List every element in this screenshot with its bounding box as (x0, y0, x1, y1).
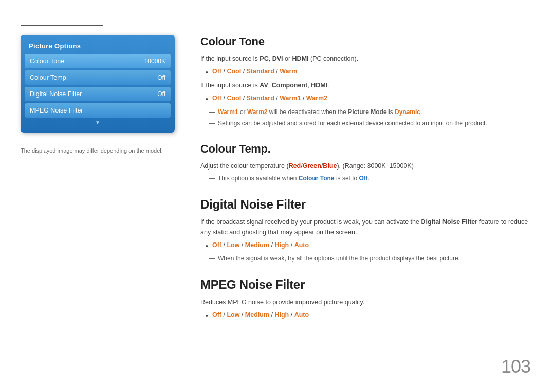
colour-tone-title: Colour Tone (200, 35, 534, 48)
bullet-dot-2: • (206, 94, 208, 105)
digital-noise-options: Off / Low / Medium / High / Auto (212, 240, 309, 250)
colour-tone-bullet2: • Off / Cool / Standard / Warm1 / Warm2 (206, 93, 534, 105)
note-dash-2: — (209, 119, 215, 128)
menu-item-colour-temp-label: Colour Temp. (30, 74, 68, 81)
section-digital-noise: Digital Noise Filter If the broadcast si… (200, 197, 534, 263)
menu-item-colour-tone-label: Colour Tone (30, 58, 64, 65)
colour-tone-note2: — Settings can be adjusted and stored fo… (209, 119, 534, 128)
colour-temp-desc1: Adjust the colour temperature (Red/Green… (200, 161, 534, 171)
menu-item-digital-noise-label: Digital Noise Filter (30, 90, 82, 98)
left-panel: Picture Options Colour Tone 10000K Colou… (21, 35, 175, 154)
menu-scroll-arrow[interactable]: ▼ (25, 120, 171, 125)
digital-noise-desc1: If the broadcast signal received by your… (200, 217, 534, 237)
mpeg-noise-options: Off / Low / Medium / High / Auto (212, 310, 309, 320)
picture-options-title: Picture Options (25, 40, 171, 54)
colour-tone-note1: — Warm1 or Warm2 will be deactivated whe… (209, 107, 534, 117)
digital-noise-bullet1: • Off / Low / Medium / High / Auto (206, 240, 534, 252)
section-colour-temp: Colour Temp. Adjust the colour temperatu… (200, 142, 534, 183)
colour-temp-note1: — This option is available when Colour T… (209, 174, 534, 183)
menu-item-colour-temp-value: Off (157, 74, 165, 81)
bullet-dot-4: • (206, 310, 208, 322)
bullet-dot-3: • (206, 240, 208, 252)
bullet-dot-1: • (206, 67, 208, 78)
note-dash-1: — (209, 107, 215, 117)
menu-item-mpeg-noise[interactable]: MPEG Noise Filter (25, 103, 171, 118)
section-mpeg-noise: MPEG Noise Filter Reduces MPEG noise to … (200, 277, 534, 322)
menu-item-digital-noise[interactable]: Digital Noise Filter Off (25, 87, 171, 101)
menu-item-mpeg-noise-label: MPEG Noise Filter (30, 107, 83, 114)
top-divider (0, 25, 555, 25)
mpeg-noise-bullet1: • Off / Low / Medium / High / Auto (206, 310, 534, 322)
right-content: Colour Tone If the input source is PC, D… (200, 35, 534, 337)
menu-item-colour-tone[interactable]: Colour Tone 10000K (25, 54, 171, 68)
colour-tone-desc1: If the input source is PC, DVI or HDMI (… (200, 53, 534, 64)
colour-tone-options2: Off / Cool / Standard / Warm1 / Warm2 (212, 93, 327, 103)
menu-item-colour-temp[interactable]: Colour Temp. Off (25, 70, 171, 85)
colour-tone-options1: Off / Cool / Standard / Warm (212, 66, 298, 77)
mpeg-noise-desc1: Reduces MPEG noise to provide improved p… (200, 297, 534, 307)
picture-options-box: Picture Options Colour Tone 10000K Colou… (21, 35, 175, 133)
digital-noise-note1: — When the signal is weak, try all the o… (209, 254, 534, 263)
digital-noise-title: Digital Noise Filter (200, 197, 534, 212)
mpeg-noise-title: MPEG Noise Filter (200, 277, 534, 292)
section-colour-tone: Colour Tone If the input source is PC, D… (200, 35, 534, 128)
page-number: 103 (501, 356, 530, 378)
menu-item-colour-tone-value: 10000K (144, 58, 165, 65)
colour-tone-bullet1: • Off / Cool / Standard / Warm (206, 66, 534, 78)
note-dash-3: — (209, 174, 215, 183)
colour-tone-desc2: If the input source is AV, Component, HD… (200, 80, 534, 90)
left-divider (21, 142, 123, 142)
menu-item-digital-noise-value: Off (157, 90, 165, 98)
colour-temp-title: Colour Temp. (200, 142, 534, 156)
left-note: The displayed image may differ depending… (21, 147, 175, 154)
note-dash-4: — (209, 254, 215, 263)
